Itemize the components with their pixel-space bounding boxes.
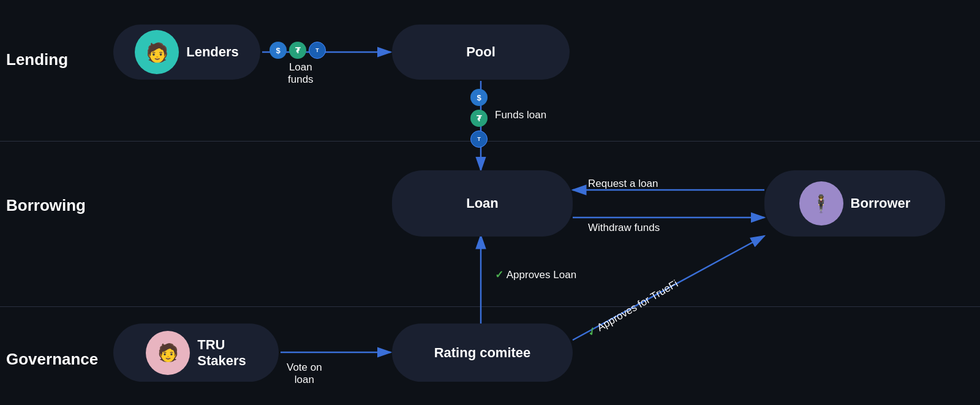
label-lending: Lending	[6, 50, 68, 69]
label-funds-loan: Funds loan	[495, 109, 546, 121]
divider-borrowing-governance	[0, 306, 980, 307]
vertical-token-icons: $ ₮ T	[470, 89, 488, 148]
label-loan-funds: Loan funds	[288, 61, 314, 86]
label-request-loan: Request a loan	[588, 178, 658, 190]
tusd-icon: T	[309, 42, 326, 59]
avatar-borrower: 🕴️	[799, 181, 843, 225]
avatar-tru-stakers: 🧑	[146, 331, 190, 375]
label-approves-loan: ✓ Approves Loan	[495, 268, 576, 281]
node-borrower: 🕴️ Borrower	[764, 170, 945, 237]
divider-lending-borrowing	[0, 141, 980, 142]
usdt-icon: ₮	[289, 42, 306, 59]
check-approves-loan: ✓	[495, 269, 507, 281]
tru-stakers-label: TRU Stakers	[197, 337, 246, 369]
node-lenders: 🧑 Lenders	[113, 25, 260, 80]
node-pool: Pool	[392, 25, 570, 80]
tusd-icon-v: T	[470, 131, 488, 148]
avatar-lenders: 🧑	[135, 30, 179, 74]
pool-label: Pool	[466, 44, 496, 60]
label-borrowing: Borrowing	[6, 196, 86, 215]
label-withdraw-funds: Withdraw funds	[588, 222, 660, 234]
label-governance: Governance	[6, 350, 98, 369]
usdc-icon: $	[270, 42, 287, 59]
rating-committee-label: Rating comitee	[434, 345, 531, 361]
usdt-icon-v: ₮	[470, 110, 488, 127]
loan-label: Loan	[466, 195, 499, 211]
token-icons-row: $ ₮ T	[270, 42, 326, 59]
label-vote-on-loan: Vote on loan	[287, 361, 322, 386]
label-approves-for-truefi: ✓ Approves for TrueFi	[585, 277, 680, 339]
node-loan: Loan	[392, 170, 573, 237]
node-tru-stakers: 🧑 TRU Stakers	[113, 324, 279, 382]
lenders-label: Lenders	[186, 44, 239, 60]
borrower-label: Borrower	[851, 195, 911, 211]
diagram-container: Lending Borrowing Governance $ ₮	[0, 0, 980, 405]
node-rating-committee: Rating comitee	[392, 324, 573, 382]
usdc-icon-v: $	[470, 89, 488, 106]
